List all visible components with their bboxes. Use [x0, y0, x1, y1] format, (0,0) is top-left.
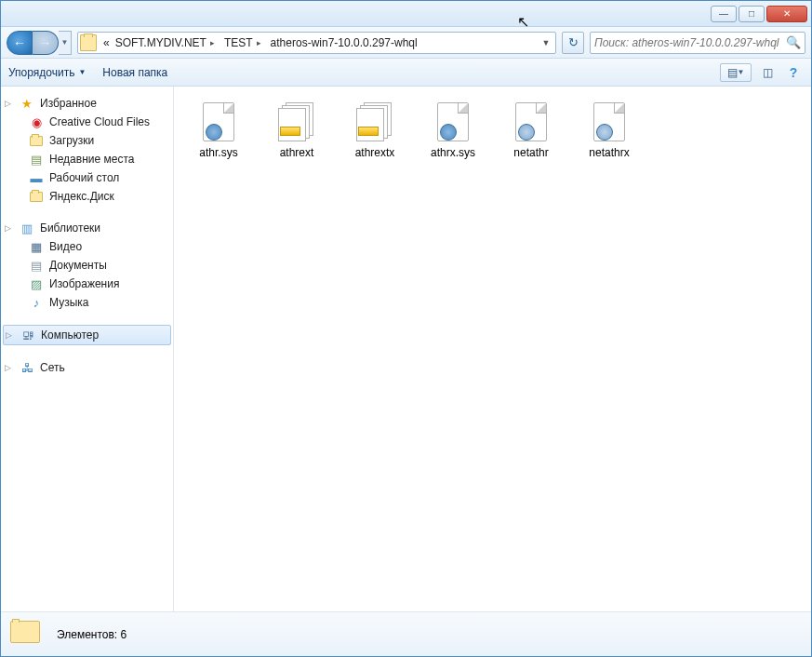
sidebar-item-creative-cloud[interactable]: ◉ Creative Cloud Files — [1, 113, 173, 131]
address-dropdown[interactable]: ▼ — [539, 38, 553, 47]
sidebar-item-label: Яндекс.Диск — [49, 190, 114, 203]
inf-file-icon — [511, 101, 552, 142]
forward-button[interactable]: → — [33, 31, 59, 55]
star-icon: ★ — [20, 96, 34, 111]
sidebar-item-label: Видео — [49, 240, 82, 253]
file-item[interactable]: netathrx — [576, 98, 643, 163]
sidebar-group-computer: ▷ 🖳 Компьютер — [1, 325, 173, 345]
twisty-icon[interactable]: ▷ — [5, 223, 14, 233]
sidebar-head-favorites[interactable]: ▷ ★ Избранное — [1, 94, 173, 113]
preview-pane-button[interactable]: ◫ — [757, 63, 778, 82]
sidebar-item-music[interactable]: ♪ Музыка — [1, 293, 173, 312]
sidebar-item-label: Рабочий стол — [49, 171, 119, 184]
history-dropdown[interactable]: ▼ — [59, 31, 72, 55]
sidebar-item-label: Документы — [49, 259, 107, 272]
cat-file-icon — [276, 101, 317, 142]
sys-file-icon — [198, 101, 239, 142]
search-box[interactable]: 🔍 — [590, 32, 805, 54]
file-name: athrextx — [355, 146, 395, 159]
body: ▷ ★ Избранное ◉ Creative Cloud Files Заг… — [1, 87, 811, 611]
sidebar-item-label: Недавние места — [49, 153, 134, 166]
sidebar-item-images[interactable]: ▨ Изображения — [1, 275, 173, 293]
search-input[interactable] — [594, 36, 786, 49]
breadcrumb-label: TEST — [224, 36, 253, 49]
sidebar-head-libraries[interactable]: ▷ ▥ Библиотеки — [1, 219, 173, 237]
file-name: netathr — [513, 146, 548, 159]
sys-file-icon — [433, 101, 473, 142]
organize-label: Упорядочить — [8, 66, 74, 79]
file-item[interactable]: athrext — [263, 98, 330, 163]
libraries-icon: ▥ — [20, 221, 34, 235]
minimize-button[interactable]: — — [711, 6, 737, 22]
twisty-icon[interactable]: ▷ — [6, 330, 15, 340]
view-options-button[interactable]: ▤ ▼ — [720, 63, 752, 82]
sidebar-item-downloads[interactable]: Загрузки — [1, 131, 173, 150]
statusbar: Элементов: 6 — [1, 611, 811, 656]
video-icon: ▦ — [29, 239, 44, 254]
folder-icon — [80, 34, 97, 51]
sidebar-item-label: Музыка — [49, 296, 88, 309]
chevron-down-icon: ▼ — [78, 68, 86, 76]
sidebar-head-label: Сеть — [40, 361, 65, 374]
breadcrumb-label: atheros-win7-10.0.0.297-whql — [271, 36, 418, 49]
sidebar-group-network: ▷ 🖧 Сеть — [1, 358, 173, 377]
cat-file-icon — [354, 101, 395, 142]
file-item[interactable]: athrextx — [341, 98, 408, 163]
file-item[interactable]: athrx.sys — [419, 98, 486, 163]
desktop-icon: ▬ — [29, 170, 44, 185]
back-button[interactable]: ← — [7, 31, 33, 55]
breadcrumb-label: SOFT.MYDIV.NET — [115, 36, 206, 49]
toolbar: Упорядочить ▼ Новая папка ▤ ▼ ◫ ? — [1, 59, 811, 87]
folder-icon — [10, 621, 44, 649]
doc-icon: ▤ — [29, 258, 44, 273]
navbar: ← → ▼ « SOFT.MYDIV.NET▸ TEST▸ atheros-wi… — [1, 27, 811, 59]
sidebar-item-label: Изображения — [49, 277, 119, 290]
network-icon: 🖧 — [20, 360, 34, 375]
breadcrumb[interactable]: TEST▸ — [221, 36, 268, 49]
explorer-window: ↖ — □ ✕ ← → ▼ « SOFT.MYDIV.NET▸ TEST▸ at… — [0, 0, 812, 657]
new-folder-button[interactable]: Новая папка — [102, 66, 167, 79]
new-folder-label: Новая папка — [102, 66, 167, 79]
file-name: netathrx — [589, 146, 629, 159]
recent-icon: ▤ — [29, 152, 44, 167]
sidebar-item-desktop[interactable]: ▬ Рабочий стол — [1, 168, 173, 187]
file-item[interactable]: athr.sys — [185, 98, 252, 163]
twisty-icon[interactable]: ▷ — [5, 99, 14, 108]
sidebar-head-label: Библиотеки — [40, 221, 100, 235]
sidebar-head-network[interactable]: ▷ 🖧 Сеть — [1, 358, 173, 377]
status-text: Элементов: 6 — [57, 628, 126, 641]
sidebar: ▷ ★ Избранное ◉ Creative Cloud Files Заг… — [1, 87, 174, 611]
refresh-button[interactable]: ↻ — [562, 32, 584, 54]
file-name: athr.sys — [199, 146, 237, 159]
folder-icon — [29, 189, 44, 204]
close-button[interactable]: ✕ — [766, 6, 807, 22]
content-pane[interactable]: athr.sys athrext athrextx athrx.sys neta… — [174, 87, 811, 611]
computer-icon: 🖳 — [20, 328, 35, 342]
folder-icon — [29, 133, 44, 148]
sidebar-item-label: Загрузки — [49, 134, 94, 147]
sidebar-item-video[interactable]: ▦ Видео — [1, 237, 173, 256]
breadcrumb-prefix: « — [100, 36, 113, 49]
twisty-icon[interactable]: ▷ — [5, 363, 14, 372]
sidebar-item-recent[interactable]: ▤ Недавние места — [1, 150, 173, 168]
breadcrumb[interactable]: atheros-win7-10.0.0.297-whql — [268, 36, 420, 49]
image-icon: ▨ — [29, 276, 44, 291]
maximize-button[interactable]: □ — [739, 6, 765, 22]
sidebar-group-favorites: ▷ ★ Избранное ◉ Creative Cloud Files Заг… — [1, 94, 173, 206]
inf-file-icon — [589, 101, 630, 142]
breadcrumb[interactable]: SOFT.MYDIV.NET▸ — [113, 36, 221, 49]
file-name: athrx.sys — [431, 146, 475, 159]
sidebar-item-documents[interactable]: ▤ Документы — [1, 256, 173, 275]
sidebar-item-yandex[interactable]: Яндекс.Диск — [1, 187, 173, 206]
sidebar-item-label: Creative Cloud Files — [49, 115, 150, 128]
help-button[interactable]: ? — [783, 63, 804, 82]
file-item[interactable]: netathr — [498, 98, 565, 163]
cc-icon: ◉ — [29, 114, 44, 129]
sidebar-head-label: Компьютер — [41, 328, 99, 342]
address-bar[interactable]: « SOFT.MYDIV.NET▸ TEST▸ atheros-win7-10.… — [77, 32, 556, 54]
titlebar: — □ ✕ — [1, 1, 811, 27]
sidebar-head-computer[interactable]: ▷ 🖳 Компьютер — [3, 325, 171, 345]
sidebar-head-label: Избранное — [40, 97, 97, 110]
organize-button[interactable]: Упорядочить ▼ — [8, 66, 86, 79]
search-icon[interactable]: 🔍 — [786, 35, 801, 49]
